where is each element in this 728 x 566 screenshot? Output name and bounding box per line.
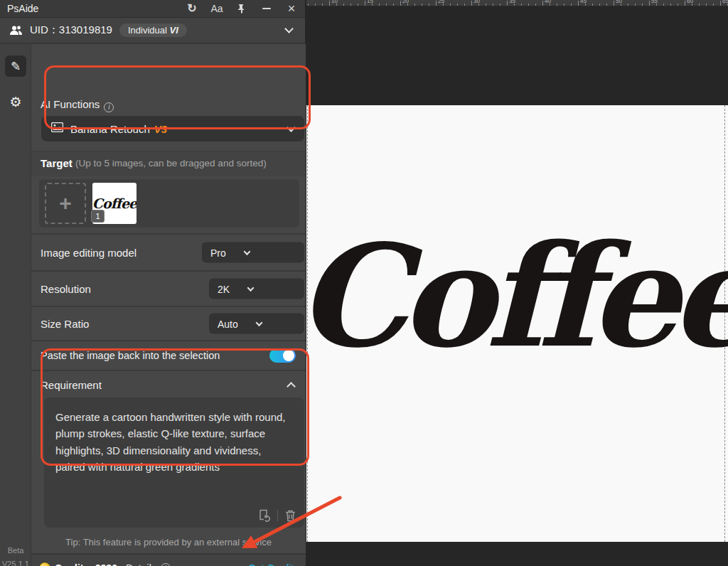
- chevron-up-icon[interactable]: [287, 382, 296, 391]
- ruler-label: 40: [545, 0, 551, 4]
- ruler-label: 60: [687, 0, 693, 4]
- account-bar[interactable]: UID：313019819 Individual VI: [0, 18, 305, 44]
- ruler-tick: [564, 4, 564, 6]
- target-header: Target (Up to 5 images, can be dragged a…: [31, 151, 306, 176]
- image-editing-model-row: Image editing model Pro: [31, 233, 306, 270]
- credits-label: Credits: 2880: [55, 562, 117, 566]
- ruler-tick: [450, 4, 451, 6]
- ruler-tick: [571, 4, 572, 6]
- function-dropdown[interactable]: Banana Retouch V3: [41, 116, 304, 142]
- ruler-tick: [471, 1, 472, 6]
- text-size-icon[interactable]: Aa: [210, 2, 223, 15]
- ruler-label: 25: [438, 0, 444, 4]
- credits-bar: Credits: 2880 Details i Get Credits: [31, 553, 306, 566]
- ruler-tick: [542, 1, 543, 6]
- ruler-tick: [493, 4, 493, 6]
- ruler-tick: [685, 1, 685, 6]
- target-label: Target: [41, 157, 73, 169]
- details-link[interactable]: Details: [126, 562, 156, 566]
- ruler-tick: [365, 1, 365, 6]
- gear-icon: ⚙: [9, 94, 21, 110]
- resolution-row: Resolution 2K: [31, 270, 306, 306]
- target-hint: (Up to 5 images, can be dragged and sort…: [75, 158, 267, 169]
- size-ratio-row: Size Ratio Auto: [31, 306, 306, 340]
- uid-label: UID：313019819: [30, 23, 112, 37]
- ruler-label: 50: [616, 0, 622, 4]
- ruler-tick: [393, 4, 394, 6]
- settings-tool-button[interactable]: ⚙: [5, 91, 26, 112]
- ruler-tick: [507, 1, 508, 6]
- close-icon[interactable]: ×: [285, 2, 298, 15]
- membership-badge: Individual VI: [119, 23, 187, 37]
- ruler-tick: [308, 4, 309, 6]
- ruler-label: 15: [367, 0, 373, 4]
- ruler-label: 65: [722, 0, 728, 4]
- tool-strip: ✎ ⚙ Beta V25.1.1: [0, 44, 31, 566]
- trash-icon[interactable]: [285, 510, 296, 522]
- requirement-label: Requirement: [41, 378, 102, 390]
- ruler-tick: [500, 4, 500, 6]
- toggle-knob: [283, 350, 294, 361]
- ruler-tick: [592, 4, 593, 6]
- ruler-label: 10: [331, 0, 338, 4]
- ai-functions-label: AI Functionsi: [41, 98, 114, 112]
- size-ratio-dropdown[interactable]: Auto: [209, 314, 304, 334]
- ruler-tick: [649, 1, 650, 6]
- requirement-box: Generate a cartoon handwritten style wit…: [44, 397, 304, 528]
- edit-tool-button[interactable]: ✎: [5, 55, 26, 77]
- info-icon: i: [104, 102, 114, 112]
- ruler-tick: [343, 4, 344, 6]
- ruler-tick: [713, 4, 714, 6]
- ruler-label: 20: [402, 0, 409, 4]
- screenshot-stage: PsAide ↻ Aa × UID：313019819 Individual V…: [0, 0, 728, 566]
- artwork-canvas[interactable]: Coffee: [306, 105, 728, 542]
- ruler-tick: [400, 1, 401, 6]
- minimize-icon[interactable]: [260, 2, 273, 15]
- beta-label: Beta: [0, 546, 31, 555]
- requirement-textarea[interactable]: Generate a cartoon handwritten style wit…: [44, 397, 304, 501]
- refresh-icon[interactable]: ↻: [186, 2, 198, 15]
- ruler-tick: [422, 4, 422, 6]
- get-credits-link[interactable]: Get Credits: [248, 562, 299, 566]
- titlebar-icons: ↻ Aa ×: [186, 2, 298, 15]
- ruler-tick: [642, 4, 643, 6]
- divider: [277, 510, 278, 521]
- paste-back-toggle[interactable]: [269, 348, 296, 363]
- function-version: V3: [154, 123, 167, 135]
- pin-icon[interactable]: [235, 2, 248, 15]
- artwork-text: Coffee: [306, 212, 728, 381]
- plus-icon: +: [59, 191, 72, 215]
- image-editing-model-value: Pro: [210, 247, 226, 258]
- restore-prompt-icon[interactable]: [258, 509, 270, 522]
- ruler-tick: [436, 1, 437, 6]
- chevron-down-icon: [255, 319, 262, 326]
- ruler-tick: [635, 4, 636, 6]
- app-title: PsAide: [7, 3, 38, 14]
- ruler-label: 55: [651, 0, 658, 4]
- ruler-tick: [528, 4, 529, 6]
- ruler-tick: [329, 1, 330, 6]
- ruler-tick: [379, 4, 380, 6]
- chevron-down-icon[interactable]: [284, 24, 294, 33]
- ruler-label: 45: [580, 0, 587, 4]
- image-editing-model-dropdown[interactable]: Pro: [202, 242, 304, 263]
- requirement-actions: [258, 509, 296, 522]
- add-image-tile[interactable]: +: [45, 183, 86, 224]
- size-ratio-value: Auto: [218, 318, 238, 329]
- requirement-header: Requirement: [31, 370, 306, 397]
- ruler-tick: [663, 4, 664, 6]
- resolution-dropdown[interactable]: 2K: [209, 279, 304, 299]
- ruler-tick: [628, 4, 628, 6]
- window-titlebar: PsAide ↻ Aa ×: [0, 0, 305, 18]
- ruler-tick: [720, 1, 721, 6]
- ruler-tick: [699, 4, 700, 6]
- image-icon: [51, 122, 63, 135]
- thumbnail-artwork-text: Coffee: [92, 196, 136, 211]
- thumbnail-order-badge: 1: [91, 210, 105, 223]
- ruler-tick: [429, 4, 429, 6]
- ruler-tick: [315, 4, 316, 6]
- ruler-tick: [322, 4, 323, 6]
- canvas-ruler: 101520253035404550556065: [306, 0, 728, 6]
- ruler-tick: [386, 4, 387, 6]
- resolution-label: Resolution: [41, 283, 91, 295]
